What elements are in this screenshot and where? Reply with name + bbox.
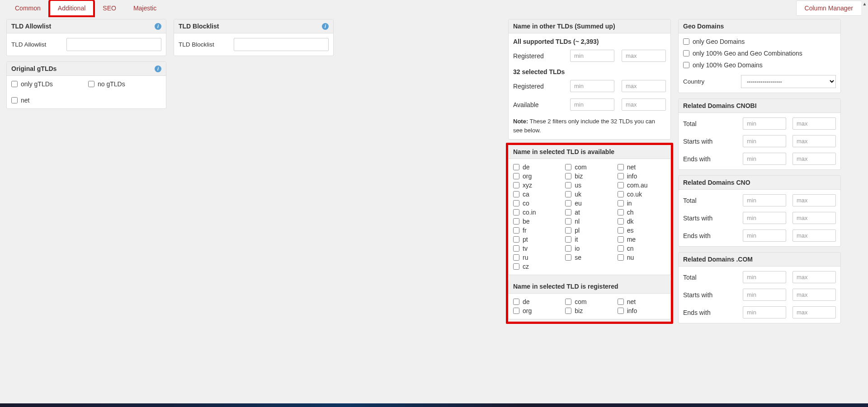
tld-avail-label-es[interactable]: es <box>627 227 634 234</box>
tld-avail-label-info[interactable]: info <box>627 173 637 180</box>
tld-avail-label-ch[interactable]: ch <box>627 209 634 216</box>
info-icon[interactable]: i <box>322 23 329 30</box>
tld-avail-label-tv[interactable]: tv <box>523 245 528 252</box>
tab-majestic[interactable]: Majestic <box>125 0 165 16</box>
tld-avail-checkbox-dk[interactable] <box>618 218 624 225</box>
tld-avail-label-io[interactable]: io <box>575 245 580 252</box>
tld-avail-label-it[interactable]: it <box>575 236 578 243</box>
tld-avail-checkbox-eu[interactable] <box>565 200 571 206</box>
tld-avail-label-pt[interactable]: pt <box>523 236 528 243</box>
checkbox-net[interactable] <box>11 97 18 103</box>
tld-avail-checkbox-com-au[interactable] <box>618 182 624 188</box>
tld-avail-checkbox-be[interactable] <box>513 218 519 225</box>
com-starts-with-max-input[interactable] <box>793 289 836 301</box>
tld-avail-label-pl[interactable]: pl <box>575 227 580 234</box>
com-total-min-input[interactable] <box>743 271 786 283</box>
info-icon[interactable]: i <box>155 65 161 72</box>
tld-avail-label-se[interactable]: se <box>575 254 581 261</box>
available-32-max-input[interactable] <box>622 98 666 111</box>
tld-avail-checkbox-it[interactable] <box>565 236 571 243</box>
tld-reg-label-info[interactable]: info <box>627 307 637 314</box>
tld-avail-label-ca[interactable]: ca <box>523 191 529 198</box>
tld-avail-checkbox-info[interactable] <box>618 173 624 179</box>
tld-avail-label-at[interactable]: at <box>575 209 580 216</box>
tld-avail-label-nl[interactable]: nl <box>575 218 580 225</box>
tld-avail-checkbox-tv[interactable] <box>513 245 519 252</box>
tld-avail-checkbox-fr[interactable] <box>513 227 519 234</box>
label-only-gtlds[interactable]: only gTLDs <box>21 80 53 88</box>
cno-ends-with-min-input[interactable] <box>743 229 786 242</box>
tld-reg-checkbox-info[interactable] <box>618 308 624 314</box>
tld-avail-checkbox-pt[interactable] <box>513 236 519 243</box>
tld-avail-checkbox-de[interactable] <box>513 164 519 170</box>
com-ends-with-max-input[interactable] <box>793 306 836 318</box>
cno-ends-with-max-input[interactable] <box>793 229 836 242</box>
tld-avail-checkbox-me[interactable] <box>618 236 624 243</box>
scroll-up-arrow[interactable]: ▲ <box>861 0 868 7</box>
tld-avail-label-in[interactable]: in <box>627 200 632 207</box>
label-only-geo[interactable]: only Geo Domains <box>693 38 745 45</box>
cnobi-total-min-input[interactable] <box>743 117 786 130</box>
tld-avail-checkbox-io[interactable] <box>565 245 571 252</box>
tld-avail-label-org[interactable]: org <box>523 173 532 180</box>
tld-avail-checkbox-org[interactable] <box>513 173 519 179</box>
tld-avail-label-xyz[interactable]: xyz <box>523 182 532 189</box>
tld-reg-label-de[interactable]: de <box>523 298 530 305</box>
tld-reg-checkbox-biz[interactable] <box>565 308 571 314</box>
checkbox-no-gtlds[interactable] <box>88 81 94 87</box>
tld-avail-checkbox-in[interactable] <box>618 200 624 206</box>
tld-avail-checkbox-nu[interactable] <box>618 254 624 261</box>
tld-reg-label-net[interactable]: net <box>627 298 636 305</box>
tld-avail-checkbox-ru[interactable] <box>513 254 519 261</box>
registered-all-min-input[interactable] <box>570 50 614 62</box>
cnobi-starts-with-max-input[interactable] <box>793 135 836 147</box>
tab-seo[interactable]: SEO <box>94 0 125 16</box>
tld-avail-checkbox-at[interactable] <box>565 209 571 215</box>
tld-avail-label-us[interactable]: us <box>575 182 581 189</box>
com-total-max-input[interactable] <box>793 271 836 283</box>
tld-avail-checkbox-nl[interactable] <box>565 218 571 225</box>
tld-blocklist-input[interactable] <box>234 38 329 51</box>
country-select[interactable]: ------------------ <box>741 75 836 88</box>
tld-avail-checkbox-pl[interactable] <box>565 227 571 234</box>
tld-avail-label-co[interactable]: co <box>523 200 529 207</box>
tld-avail-checkbox-ch[interactable] <box>618 209 624 215</box>
tld-avail-checkbox-ca[interactable] <box>513 191 519 197</box>
checkbox-only-100-geo[interactable] <box>683 62 689 68</box>
tld-avail-checkbox-cn[interactable] <box>618 245 624 252</box>
tld-avail-label-co-in[interactable]: co.in <box>523 209 536 216</box>
tld-avail-label-net[interactable]: net <box>627 164 636 171</box>
tld-reg-checkbox-com[interactable] <box>565 299 571 305</box>
tld-avail-checkbox-xyz[interactable] <box>513 182 519 188</box>
cno-total-max-input[interactable] <box>793 194 836 206</box>
tld-avail-checkbox-uk[interactable] <box>565 191 571 197</box>
checkbox-only-geo[interactable] <box>683 38 689 45</box>
cnobi-starts-with-min-input[interactable] <box>743 135 786 147</box>
tld-avail-label-ru[interactable]: ru <box>523 254 528 261</box>
cnobi-ends-with-max-input[interactable] <box>793 153 836 165</box>
tld-avail-checkbox-co-uk[interactable] <box>618 191 624 197</box>
tld-avail-label-me[interactable]: me <box>627 236 636 243</box>
tld-avail-label-de[interactable]: de <box>523 164 530 171</box>
com-ends-with-min-input[interactable] <box>743 306 786 318</box>
label-only-100-geo[interactable]: only 100% Geo Domains <box>693 61 763 69</box>
tld-avail-label-nu[interactable]: nu <box>627 254 634 261</box>
cno-starts-with-min-input[interactable] <box>743 212 786 224</box>
vertical-scrollbar[interactable]: ▲ <box>861 0 868 324</box>
cno-starts-with-max-input[interactable] <box>793 212 836 224</box>
tld-reg-checkbox-org[interactable] <box>513 308 519 314</box>
tld-avail-checkbox-net[interactable] <box>618 164 624 170</box>
tld-reg-label-org[interactable]: org <box>523 307 532 314</box>
tld-avail-checkbox-co-in[interactable] <box>513 209 519 215</box>
checkbox-only-100-geo-combo[interactable] <box>683 50 689 56</box>
tld-avail-checkbox-co[interactable] <box>513 200 519 206</box>
column-manager-button[interactable]: Column Manager <box>796 0 862 16</box>
label-net[interactable]: net <box>21 97 29 104</box>
cnobi-total-max-input[interactable] <box>793 117 836 130</box>
tab-common[interactable]: Common <box>6 0 49 16</box>
cno-total-min-input[interactable] <box>743 194 786 206</box>
tld-avail-checkbox-com[interactable] <box>565 164 571 170</box>
tld-avail-label-fr[interactable]: fr <box>523 227 527 234</box>
tld-avail-label-dk[interactable]: dk <box>627 218 634 225</box>
tld-avail-label-com-au[interactable]: com.au <box>627 182 648 189</box>
